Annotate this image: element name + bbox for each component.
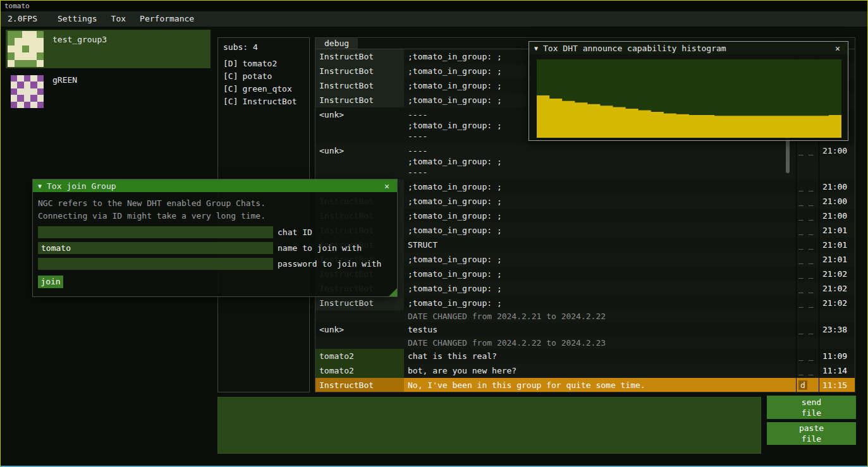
- avatar-pixel: [30, 88, 37, 95]
- avatar-pixel: [24, 95, 30, 101]
- message-row[interactable]: <unk>testus_ _23:38: [315, 322, 855, 337]
- avatar-pixel: [37, 45, 44, 52]
- chat-id-row: chat ID: [38, 226, 392, 238]
- menu-bar: 2.0FPS Settings Tox Performance: [1, 11, 867, 27]
- member-instructbot[interactable]: [C]InstructBot: [218, 95, 309, 108]
- join-group-window: ▼ Tox join Group ✕ NGC refers to the New…: [32, 179, 398, 297]
- message-row[interactable]: InstructBot;tomato_in_group: ;_ _21:02: [315, 296, 855, 310]
- member-tomato2[interactable]: [D]tomato2: [218, 58, 309, 70]
- histogram-bars-path: [537, 95, 841, 138]
- message-text: bot, are you new here?: [404, 363, 796, 378]
- group-name: test_group3: [52, 35, 107, 68]
- message-time: 21:01: [819, 252, 855, 267]
- member-name: tomato2: [242, 59, 277, 68]
- avatar-pixel: [24, 88, 30, 95]
- avatar-pixel: [15, 52, 21, 59]
- avatar-pixel: [29, 60, 36, 67]
- histogram-window-titlebar[interactable]: ▼ Tox DHT announce capability histogram …: [529, 42, 848, 54]
- message-time: 21:00: [819, 209, 855, 223]
- message-text: ;tomato_in_group: ;: [404, 281, 796, 296]
- avatar-pixel: [37, 52, 44, 59]
- message-row[interactable]: <unk>---- ;tomato_in_group: ; ----_ _21:…: [315, 143, 855, 179]
- menu-item-performance[interactable]: Performance: [133, 11, 201, 27]
- message-time: 21:02: [819, 281, 855, 296]
- message-author: InstructBot: [315, 49, 404, 64]
- avatar-pixel: [22, 45, 29, 52]
- avatar-pixel: [17, 82, 23, 88]
- menu-item-settings[interactable]: Settings: [51, 11, 104, 27]
- message-flags: _ _: [796, 209, 819, 223]
- avatar-pixel: [22, 38, 29, 45]
- close-icon[interactable]: ✕: [833, 44, 843, 53]
- join-name-input[interactable]: [38, 242, 273, 254]
- message-flags: _ _: [796, 281, 819, 296]
- message-time: 23:38: [819, 322, 855, 337]
- avatar-pixel: [29, 52, 36, 59]
- member-potato[interactable]: [C]potato: [218, 70, 309, 83]
- avatar-pixel: [30, 82, 37, 88]
- message-text: ;tomato_in_group: ;: [404, 267, 796, 281]
- avatar-pixel: [22, 60, 29, 67]
- message-input[interactable]: [217, 397, 761, 454]
- window-title: tomato: [4, 2, 30, 10]
- avatar-pixel: [22, 52, 29, 59]
- avatar-pixel: [29, 38, 36, 45]
- date-separator-row[interactable]: DATE CHANGED from 2024.2.22 to 2024.2.23: [315, 337, 855, 349]
- paste-file-button[interactable]: paste file: [767, 422, 856, 445]
- avatar-pixel: [37, 95, 44, 101]
- message-author: <unk>: [315, 107, 404, 143]
- date-separator-row[interactable]: DATE CHANGED from 2024.2.21 to 2024.2.22: [315, 310, 855, 322]
- message-time: [819, 310, 855, 322]
- avatar-pixel: [11, 102, 17, 108]
- join-name-row: name to join with: [38, 242, 392, 254]
- message-text: ;tomato_in_group: ;: [404, 252, 796, 267]
- message-flags: _ _: [796, 296, 819, 310]
- message-text: ;tomato_in_group: ;: [404, 194, 796, 209]
- join-password-label: password to join with: [278, 259, 381, 269]
- tab-debug[interactable]: debug: [315, 38, 358, 49]
- member-tag: [C]: [223, 97, 238, 106]
- message-row[interactable]: tomato2bot, are you new here?_ _11:14: [315, 363, 855, 378]
- avatar-pixel: [8, 45, 15, 52]
- member-name: potato: [242, 71, 272, 81]
- group-avatar: [8, 31, 44, 67]
- group-item-test-group3[interactable]: test_group3: [6, 30, 211, 68]
- avatar-pixel: [24, 75, 30, 82]
- resize-grip[interactable]: [389, 288, 397, 296]
- message-row[interactable]: InstructBotNo, I've been in this group f…: [315, 378, 855, 392]
- join-button[interactable]: join: [38, 276, 63, 288]
- member-tag: [C]: [223, 71, 238, 81]
- app-window: tomato 2.0FPS Settings Tox Performance t…: [0, 0, 868, 467]
- join-window-titlebar[interactable]: ▼ Tox join Group ✕: [33, 179, 397, 192]
- group-item-green[interactable]: gREEN: [6, 71, 211, 108]
- message-time: 21:00: [819, 179, 855, 194]
- message-row[interactable]: tomato2chat is this real?_ _11:09: [315, 349, 855, 363]
- member-green-qtox[interactable]: [C]green_qtox: [218, 83, 309, 95]
- message-time: 11:15: [819, 378, 855, 392]
- close-icon[interactable]: ✕: [382, 181, 392, 191]
- message-time: 21:00: [819, 194, 855, 209]
- avatar-pixel: [37, 102, 44, 108]
- subs-count: subs: 4: [218, 38, 309, 58]
- chat-id-input[interactable]: [38, 226, 273, 238]
- avatar-pixel: [37, 75, 44, 82]
- group-avatar: [11, 75, 44, 108]
- window-titlebar[interactable]: tomato: [1, 1, 867, 11]
- join-password-input[interactable]: [38, 258, 273, 270]
- join-password-row: password to join with: [38, 258, 392, 270]
- collapse-arrow-icon[interactable]: ▼: [534, 45, 538, 52]
- menu-item-tox[interactable]: Tox: [104, 11, 133, 27]
- dht-histogram-window: ▼ Tox DHT announce capability histogram …: [529, 41, 848, 141]
- chat-id-label: chat ID: [278, 227, 312, 237]
- join-description-line2: Connecting via ID might take a very long…: [38, 210, 392, 222]
- send-file-button[interactable]: send file: [767, 396, 856, 419]
- date-separator-text: DATE CHANGED from 2024.2.21 to 2024.2.22: [404, 310, 796, 322]
- avatar-pixel: [37, 38, 44, 45]
- collapse-arrow-icon[interactable]: ▼: [38, 183, 42, 190]
- message-flags: _ _: [796, 322, 819, 337]
- message-time: 21:01: [819, 238, 855, 252]
- avatar-pixel: [15, 31, 21, 38]
- message-time: 21:01: [819, 223, 855, 238]
- message-author: [315, 310, 404, 322]
- message-flags: _ _: [796, 252, 819, 267]
